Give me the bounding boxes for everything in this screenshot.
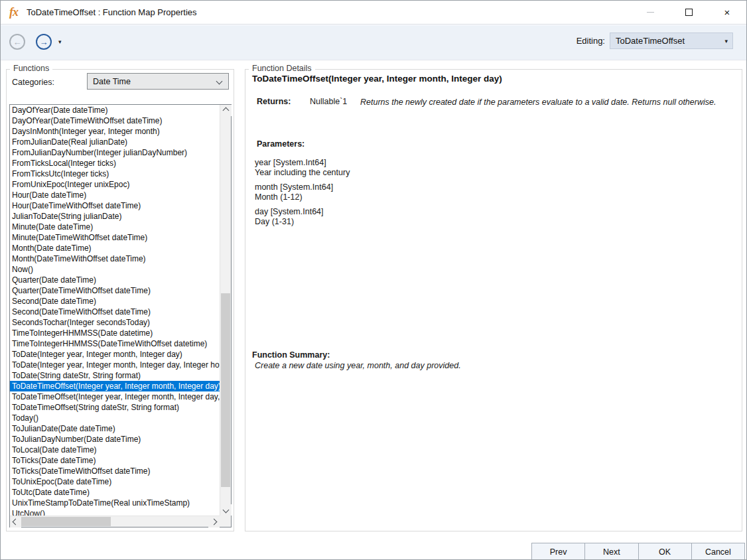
functions-groupbox: Functions Categories: Date Time DayOfYea… [6,69,234,531]
list-item[interactable]: DaysInMonth(Integer year, Integer month) [10,126,220,137]
categories-combobox-value: Date Time [93,77,131,86]
returns-type: Nullable`1 [310,97,360,107]
list-item[interactable]: Hour(Date dateTime) [10,190,220,200]
list-item[interactable]: Minute(Date dateTime) [10,222,220,232]
parameter-entry: month [System.Int64]Month (1-12) [255,182,520,202]
parameter-name: month [System.Int64] [255,182,520,192]
list-item[interactable]: UtcNow() [10,508,220,516]
list-item[interactable]: FromTicksUtc(Integer ticks) [10,169,220,179]
list-item-selected[interactable]: ToDateTimeOffset(Integer year, Integer m… [10,381,220,391]
parameters-list: year [System.Int64]Year including the ce… [255,158,520,232]
maximize-button[interactable] [669,1,708,24]
list-item[interactable]: SecondsTochar(Integer secondsToday) [10,317,220,328]
list-item[interactable]: FromTicksLocal(Integer ticks) [10,158,220,169]
parameter-name: year [System.Int64] [255,158,520,168]
close-icon: × [724,7,730,17]
list-item[interactable]: Second(Date dateTime) [10,296,220,307]
close-button[interactable]: × [708,1,746,24]
list-item[interactable]: ToUtc(Date dateTime) [10,487,220,498]
function-map-properties-dialog: fx ToDateTimeOffset : Function Map Prope… [0,0,747,560]
scrollbar-corner [220,516,231,527]
cancel-button[interactable]: Cancel [691,543,745,560]
list-item[interactable]: ToTicks(DateTimeWithOffset dateTime) [10,466,220,476]
forward-arrow-icon: → [40,37,48,47]
list-item[interactable]: Quarter(DateTimeWithOffset dateTime) [10,285,220,296]
back-button[interactable]: ← [9,34,25,50]
list-item[interactable]: Quarter(Date dateTime) [10,275,220,285]
list-item[interactable]: Minute(DateTimeWithOffset dateTime) [10,232,220,243]
function-details-groupbox: Function Details ToDateTimeOffset(Intege… [245,69,742,531]
list-item[interactable]: FromUnixEpoc(Integer unixEpoc) [10,179,220,190]
window-title: ToDateTimeOffset : Function Map Properti… [27,7,197,17]
categories-label: Categories: [12,78,54,87]
returns-description: Returns the newly created date if the pa… [360,97,724,107]
parameter-entry: year [System.Int64]Year including the ce… [255,158,520,178]
list-item[interactable]: Month(Date dateTime) [10,243,220,253]
editing-combobox[interactable]: ToDateTimeOffset ▾ [610,33,733,49]
function-details-groupbox-title: Function Details [249,64,315,73]
returns-label: Returns: [257,97,310,107]
parameter-name: day [System.Int64] [255,207,520,217]
list-item[interactable]: ToJulianDate(Date dateTime) [10,423,220,434]
back-arrow-icon: ← [13,37,22,47]
list-item[interactable]: ToDate(Integer year, Integer month, Inte… [10,349,220,360]
parameters-label: Parameters: [257,139,305,149]
list-item[interactable]: DayOfYear(Date dateTime) [10,105,220,115]
list-item[interactable]: TimeToIntegerHHMMSS(DateTimeWithOffset d… [10,338,220,349]
list-item[interactable]: Today() [10,413,220,423]
minimize-button[interactable] [631,1,669,24]
scroll-right-button[interactable] [208,516,220,527]
horizontal-scrollbar-thumb[interactable] [21,517,111,526]
categories-combobox[interactable]: Date Time [87,73,229,90]
parameter-entry: day [System.Int64]Day (1-31) [255,207,520,227]
minimize-icon [647,12,654,13]
list-item[interactable]: ToJulianDayNumber(Date dateTime) [10,434,220,445]
vertical-scrollbar-thumb[interactable] [221,293,230,487]
chevron-left-icon [13,519,19,525]
list-item[interactable]: Hour(DateTimeWithOffset dateTime) [10,200,220,211]
prev-button[interactable]: Prev [531,543,585,560]
parameter-description: Year including the century [255,168,520,178]
title-bar: fx ToDateTimeOffset : Function Map Prope… [1,1,746,25]
maximize-icon [685,9,693,16]
forward-dropdown-caret-icon[interactable]: ▾ [58,38,62,45]
function-list: DayOfYear(Date dateTime)DayOfYear(DateTi… [9,104,232,527]
parameter-description: Month (1-12) [255,192,520,202]
list-item[interactable]: ToDateTimeOffset(Integer year, Integer m… [10,391,220,402]
list-item[interactable]: ToDate(Integer year, Integer month, Inte… [10,360,220,370]
toolbar: ← → ▾ Editing: ToDateTimeOffset ▾ [1,25,746,60]
list-item[interactable]: ToDateTimeOffset(String dateStr, String … [10,402,220,413]
scroll-left-button[interactable] [10,516,21,527]
editing-label: Editing: [577,36,605,46]
list-item[interactable]: FromJulianDate(Real julianDate) [10,137,220,147]
horizontal-scrollbar[interactable] [10,516,220,527]
list-item[interactable]: JulianToDate(String julianDate) [10,211,220,222]
footer-button-bar: PrevNextOKCancel [531,543,745,560]
list-item[interactable]: ToLocal(Date dateTime) [10,445,220,455]
list-item[interactable]: Now() [10,264,220,275]
list-item[interactable]: ToUnixEpoc(Date dateTime) [10,476,220,487]
returns-row: Returns: Nullable`1 Returns the newly cr… [257,97,729,107]
scroll-up-button[interactable] [220,105,232,116]
chevron-down-icon [216,78,223,85]
ok-button[interactable]: OK [638,543,692,560]
fx-icon: fx [9,5,24,19]
function-signature: ToDateTimeOffset(Integer year, Integer m… [252,74,502,84]
list-item[interactable]: Second(DateTimeWithOffset dateTime) [10,307,220,317]
chevron-down-icon: ▾ [724,38,728,44]
next-button[interactable]: Next [584,543,638,560]
forward-button[interactable]: → [36,34,52,50]
vertical-scrollbar[interactable] [220,105,231,516]
list-item[interactable]: TimeToIntegerHHMMSS(Date datetime) [10,328,220,338]
list-item[interactable]: UnixTimeStampToDateTime(Real unixTimeSta… [10,498,220,508]
editing-combobox-value: ToDateTimeOffset [616,36,685,46]
list-item[interactable]: FromJulianDayNumber(Integer julianDayNum… [10,147,220,158]
parameter-description: Day (1-31) [255,217,520,227]
scroll-down-button[interactable] [220,504,232,516]
list-item[interactable]: ToTicks(Date dateTime) [10,455,220,466]
function-summary-text: Create a new date using year, month, and… [255,361,653,370]
functions-groupbox-title: Functions [10,64,52,73]
list-item[interactable]: DayOfYear(DateTimeWithOffset dateTime) [10,115,220,126]
list-item[interactable]: ToDate(String dateStr, String format) [10,370,220,381]
list-item[interactable]: Month(DateTimeWithOffset dateTime) [10,253,220,264]
